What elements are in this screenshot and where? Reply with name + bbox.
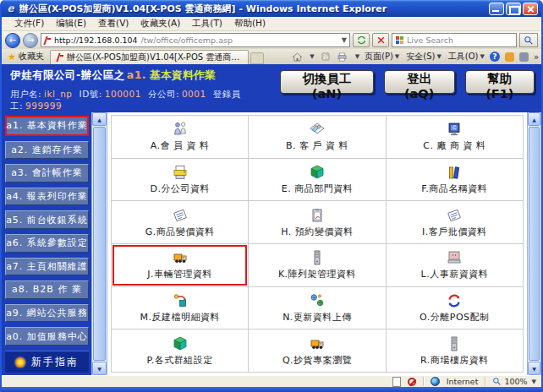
sidebar-item-a7[interactable]: a7. 主頁相關維護 [5,258,89,276]
menu-cell-e[interactable]: E. 商品部門資料 [249,159,385,201]
menu-cell-label: H. 預約變價資料 [281,226,354,238]
main-scrollbar[interactable]: ▲ ▼ [527,112,541,375]
rack-icon [309,249,326,266]
menu-cell-j[interactable]: J.車輛管理資料 [112,244,248,286]
search-go-button[interactable] [519,33,538,47]
sidebar-item-a5[interactable]: a5. 前台收銀系統 [5,210,89,229]
menu-cell-g[interactable]: G.商品變價資料 [112,201,248,243]
menu-cell-b[interactable]: B. 客 戶 資 料 [249,116,385,158]
menu-cell-label: N.更新資料上傳 [282,311,352,324]
branch-icon [172,164,189,181]
menu-cell-r[interactable]: R.商場樓房資料 [387,329,523,372]
back-button[interactable]: ← [5,33,20,48]
menu-cell-label: G.商品變價資料 [145,226,215,238]
command-safety-button[interactable]: 安全(S)▼ [406,51,442,63]
sidebar-scrollbar[interactable]: ▲ ▼ [91,112,107,375]
sidebar-item-a0[interactable]: a0. 加值服務中心 [5,327,89,346]
tab-active[interactable]: 辦公區(X-POS加盟商)V1.04[X-POS 雲通商務網] [50,50,249,64]
menu-cell-q[interactable]: Q.抄貨專案瀏覽 [249,329,385,372]
search-input[interactable]: Live Search [392,33,517,47]
minimize-button[interactable] [489,3,504,15]
scrollbar-thumb[interactable] [529,127,540,361]
menu-cell-o[interactable]: O.分離POS配制 [387,287,523,329]
user-info-label: ID號: [80,89,102,99]
magnifier-icon [492,377,502,386]
user-info-value: ikl_np [44,89,73,99]
refresh-icon [356,35,367,46]
close-button[interactable] [523,3,538,15]
function-grid: A.會 員 資 料B. 客 戶 資 料C. 廠 商 資 料D.分公司資料E. 商… [107,112,527,375]
sidebar-item-a8[interactable]: a8. B2B 作 業 [5,280,89,299]
scroll-down-icon[interactable]: ▼ [528,362,540,375]
menu-cell-f[interactable]: F.商品名稱資料 [387,159,523,201]
favorites-button[interactable]: ★ 收藏夹 [4,51,50,64]
product-name-icon [446,164,463,181]
menu-cell-c[interactable]: C. 廠 商 資 料 [387,116,523,158]
menu-cell-k[interactable]: K.陣列架管理資料 [249,244,385,286]
favorites-label: 收藏夹 [19,51,44,63]
tab-bar: ★ 收藏夹 辦公區(X-POS加盟商)V1.04[X-POS 雲通商務網] ▼ … [2,49,541,64]
forward-button[interactable]: → [23,33,38,48]
beginner-guide-button[interactable]: 新手指南 [5,351,89,373]
scroll-up-icon[interactable]: ▲ [92,112,107,126]
building-icon [446,335,463,352]
menu-cell-n[interactable]: N.更新資料上傳 [249,287,385,329]
menu-cell-i[interactable]: I.客戶批價資料 [387,201,523,243]
menu-cell-label: F.商品名稱資料 [421,182,487,195]
menu-cell-p[interactable]: P.各式群組設定 [112,329,248,372]
refresh-button[interactable] [353,33,370,47]
menu-view[interactable]: 查看(V) [92,17,134,30]
help-menu-button[interactable]: ? [490,52,500,62]
menu-cell-a[interactable]: A.會 員 資 料 [112,116,248,158]
toolbar-overflow-button[interactable]: » [534,52,539,62]
menu-cell-h[interactable]: H. 預約變價資料 [249,201,385,243]
menu-favorites[interactable]: 收藏夹(A) [134,17,186,30]
command-tools-button[interactable]: 工具(O)▼ [448,51,485,63]
chevron-down-icon[interactable]: ▼ [532,378,536,385]
sidebar-item-a9[interactable]: a9. 網站公共服務 [5,304,89,323]
menu-cell-l[interactable]: L.人事薪資資料 [387,244,523,286]
maximize-button[interactable] [506,3,521,15]
address-dropdown-icon[interactable]: ▼ [342,36,347,44]
extension-icon[interactable] [519,52,529,62]
logout-button[interactable]: 登出(aQ) [384,70,455,94]
scroll-up-icon[interactable]: ▲ [528,112,540,126]
sidebar-item-a4[interactable]: a4. 報表列印作業 [5,188,89,206]
star-icon: ★ [8,52,16,63]
user-info-value: 100001 [105,89,141,99]
stop-button[interactable] [372,33,389,47]
feeds-button[interactable] [320,52,332,63]
scrollbar-thumb[interactable] [93,127,106,361]
zoom-control[interactable]: 100% ▼ [492,377,536,386]
scroll-down-icon[interactable]: ▼ [92,362,107,375]
sidebar-item-a3[interactable]: a3. 會計帳作業 [5,164,89,182]
sidebar-item-a1[interactable]: a1. 基本資料作業 [5,116,89,136]
address-bar-input[interactable]: http://192.168.0.104 /tw/office/officemp… [41,33,350,47]
print-button[interactable] [337,52,348,63]
chevron-down-icon[interactable]: ▼ [355,53,359,60]
title-bar: e 辦公區(X-POS加盟商)V1.04[X-POS 雲通商務網] - Wind… [2,0,541,17]
menu-cell-label: I.客戶批價資料 [422,226,487,238]
guide-label: 新手指南 [31,355,79,369]
new-tab-button[interactable] [250,52,264,64]
messenger-icon[interactable] [505,52,514,62]
printer-icon [337,52,348,63]
menu-edit[interactable]: 编辑(E) [50,17,92,30]
chevron-down-icon[interactable]: ▼ [310,53,314,60]
menu-file[interactable]: 文件(F) [8,17,50,30]
switch-employee-button[interactable]: 切換員工(aN) [280,70,373,94]
sidebar-item-a6[interactable]: a6. 系統參數設定 [5,234,89,253]
menu-tools[interactable]: 工具(T) [186,17,228,30]
menu-cell-label: C. 廠 商 資 料 [423,139,485,152]
rss-icon [321,52,331,62]
menu-bar: 文件(F)编辑(E)查看(V)收藏夹(A)工具(T)帮助(H) [2,17,541,31]
home-button[interactable] [291,52,303,63]
page-status-icon [392,377,401,387]
user-info-item: 分公司:0001 [148,89,206,99]
menu-cell-d[interactable]: D.分公司資料 [112,159,248,201]
menu-cell-m[interactable]: M.反建檔明細資料 [112,287,248,329]
sidebar-item-a2[interactable]: a2. 進銷存作業 [5,141,89,160]
menu-help[interactable]: 帮助(H) [228,17,272,30]
command-page-button[interactable]: 页面(P)▼ [365,51,399,63]
help-button[interactable]: 幫助(F1) [465,70,535,94]
